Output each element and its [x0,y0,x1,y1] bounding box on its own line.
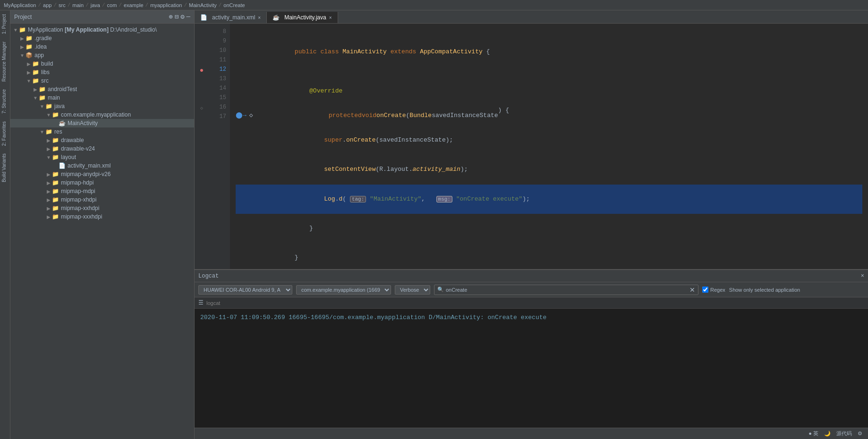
tab-activity-main-xml[interactable]: 📄 activity_main.xml × [195,12,267,23]
regex-checkbox-label[interactable]: Regex [702,287,725,293]
keyword-protected: protected [329,111,362,121]
project-panel: Project ⊕ ⊟ ⚙ — ▼ 📁 MyApplication [My Ap… [10,10,195,439]
code-editor: ● ◇ 8 9 10 11 12 13 14 15 16 [195,24,868,269]
app-select[interactable]: com.example.myapplication (1669 [296,285,391,295]
search-clear-icon[interactable]: ✕ [689,286,695,294]
debug-arrow-icon: ⬤→ [236,111,247,121]
tree-item-mipmap-xxxhdpi[interactable]: ▶ 📁 mipmap-xxxhdpi [10,212,194,221]
tree-item-java[interactable]: ▼ 📁 java [10,102,194,110]
tab-java-close[interactable]: × [329,15,332,20]
tree-item-idea[interactable]: ▶ 📁 .idea [10,42,194,51]
tree-item-app[interactable]: ▼ 📦 app [10,51,194,59]
tree-root-arrow: ▼ [12,27,19,33]
tree-root[interactable]: ▼ 📁 MyApplication [My Application] D:\An… [10,25,194,34]
search-box[interactable]: 🔍 ✕ [434,285,698,295]
code-content[interactable]: public class MainActivity extends AppCom… [230,24,868,269]
regex-checkbox[interactable] [702,287,708,293]
tree-item-layout[interactable]: ▼ 📁 layout [10,153,194,161]
logcat-content[interactable]: 2020-11-07 11:09:50.269 16695-16695/com.… [195,309,868,428]
breadcrumb-app[interactable]: app [43,2,51,8]
tree-src-arrow: ▼ [26,78,32,84]
tree-mipmap-hdpi-icon: 📁 [52,179,59,186]
breadcrumb-com[interactable]: com [107,2,117,8]
breadcrumb-myapplication[interactable]: MyApplication [4,2,36,8]
tree-drawable-v24-label: drawable-v24 [61,145,95,152]
side-tab-1project[interactable]: 1: Project [0,10,10,38]
tree-layout-label: layout [61,154,76,160]
tree-item-main[interactable]: ▼ 📁 main [10,93,194,102]
side-tab-resource-manager[interactable]: Resource Manager [0,38,10,85]
side-tab-favorites[interactable]: 2: Favorites [0,118,10,150]
tree-activity-xml-arrow [52,163,59,169]
gutter-14 [196,85,207,94]
project-settings-icon[interactable]: ⚙ [180,13,184,21]
tree-package-arrow: ▼ [45,112,52,118]
project-collapse-icon[interactable]: ⊟ [175,13,179,21]
tab-xml-close[interactable]: × [258,15,261,20]
logcat-close-icon[interactable]: × [861,273,864,279]
tree-item-activity-main-xml[interactable]: 📄 activity_main.xml [10,161,194,170]
tree-mipmap-anydpi-arrow: ▶ [45,172,52,177]
breadcrumb-myapplication2[interactable]: myapplication [150,2,182,8]
tree-androidtest-label: androidTest [48,86,77,93]
project-scope-icon[interactable]: ⊕ [169,13,172,21]
tree-activity-xml-label: activity_main.xml [68,162,111,169]
tree-java-label: java [54,103,65,110]
logcat-sub-icon[interactable]: ☰ [198,299,204,306]
tag-label: tag: [350,196,366,203]
side-tab-build-variants[interactable]: Build Variants [0,150,10,186]
search-input[interactable] [446,287,689,293]
gutter-17 [196,113,207,123]
tree-mipmap-anydpi-icon: 📁 [52,171,59,177]
line-num-15: 15 [209,93,226,103]
gutter-11 [196,56,207,65]
tree-idea-label: .idea [34,43,47,50]
tree-item-drawable[interactable]: ▶ 📁 drawable [10,136,194,144]
tree-mipmap-xxxhdpi-label: mipmap-xxxhdpi [61,213,102,220]
tree-item-drawable-v24[interactable]: ▶ 📁 drawable-v24 [10,144,194,153]
code-line-16: } [236,214,862,243]
tree-mainactivity-arrow [52,121,59,126]
tree-src-label: src [41,77,49,84]
tree-item-build[interactable]: ▶ 📁 build [10,59,194,68]
status-source-code[interactable]: 源代码 [836,430,852,437]
tab-mainactivity-java[interactable]: ☕ MainActivity.java × [267,12,338,23]
project-tree: ▼ 📁 MyApplication [My Application] D:\An… [10,24,194,439]
tree-item-mipmap-xxhdpi[interactable]: ▶ 📁 mipmap-xxhdpi [10,204,194,212]
device-select[interactable]: HUAWEI COR-AL00 Android 9, A [198,285,292,295]
tree-mipmap-xhdpi-label: mipmap-xhdpi [61,196,96,203]
line-num-11: 11 [209,56,226,65]
tree-app-label: app [34,52,44,59]
project-minimize-icon[interactable]: — [187,13,190,21]
tree-item-mipmap-anydpi[interactable]: ▶ 📁 mipmap-anydpi-v26 [10,170,194,178]
logcat-panel: Logcat × HUAWEI COR-AL00 Android 9, A co… [195,269,868,439]
breadcrumb-src[interactable]: src [59,2,66,8]
breadcrumb-java[interactable]: java [91,2,100,8]
tree-item-libs[interactable]: ▶ 📁 libs [10,68,194,76]
breadcrumb-main[interactable]: main [72,2,84,8]
tree-item-gradle[interactable]: ▶ 📁 .gradle [10,34,194,42]
verbose-select[interactable]: Verbose [395,285,430,295]
status-moon[interactable]: 🌙 [824,431,831,437]
breadcrumb-mainactivity[interactable]: MainActivity [189,2,217,8]
tree-main-icon: 📁 [39,94,46,101]
tree-item-package[interactable]: ▼ 📁 com.example.myapplication [10,110,194,119]
tree-item-mipmap-mdpi[interactable]: ▶ 📁 mipmap-mdpi [10,187,194,195]
tree-item-src[interactable]: ▼ 📁 src [10,76,194,85]
tree-build-label: build [41,60,53,67]
tree-item-mainactivity[interactable]: ☕ MainActivity [10,119,194,127]
breadcrumb-example[interactable]: example [124,2,144,8]
tree-item-res[interactable]: ▼ 📁 res [10,127,194,136]
line-num-14: 14 [209,84,226,93]
tree-item-mipmap-hdpi[interactable]: ▶ 📁 mipmap-hdpi [10,178,194,187]
breadcrumb-oncreate[interactable]: onCreate [223,2,245,8]
tree-package-icon: 📁 [52,111,59,118]
status-settings-icon[interactable]: ⚙ [858,431,862,437]
keyword-public: public [295,48,317,55]
status-lang[interactable]: ● 英 [808,430,818,437]
tree-item-androidtest[interactable]: ▶ 📁 androidTest [10,85,194,93]
side-tab-structure[interactable]: 7: Structure [0,85,10,118]
tree-item-mipmap-xhdpi[interactable]: ▶ 📁 mipmap-xhdpi [10,195,194,204]
tree-libs-icon: 📁 [32,69,39,76]
log-entry-1: 2020-11-07 11:09:50.269 16695-16695/com.… [200,312,862,323]
